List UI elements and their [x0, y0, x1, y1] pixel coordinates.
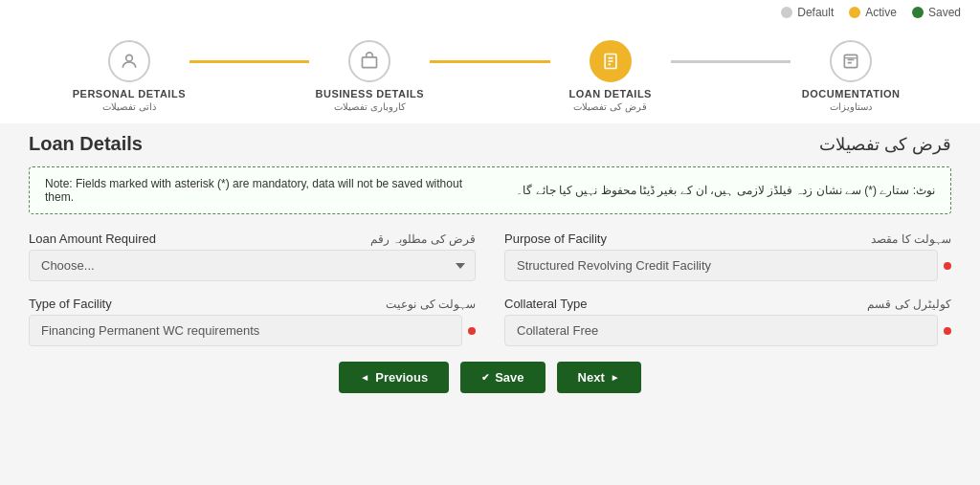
step-label-personal: PERSONAL DETAILS: [73, 88, 186, 99]
type-facility-input[interactable]: [29, 315, 462, 346]
section-header: Loan Details قرض کی تفصیلات: [29, 133, 951, 155]
connector-1: [189, 60, 310, 63]
step-label-urdu-personal: ذاتی تفصیلات: [102, 101, 156, 112]
type-facility-input-wrapper: [29, 315, 476, 346]
save-button[interactable]: Save: [460, 362, 545, 393]
collateral-type-group: Collateral Type کولیٹرل کی قسم: [504, 297, 951, 346]
purpose-facility-group: Purpose of Facility سہولت کا مقصد: [504, 231, 951, 281]
step-label-urdu-business: کاروباری تفصیلات: [334, 101, 406, 112]
status-bar: Default Active Saved: [0, 0, 980, 25]
loan-amount-label: Loan Amount Required: [29, 231, 156, 246]
section-title-en: Loan Details: [29, 133, 143, 155]
save-label: Save: [495, 370, 523, 385]
step-circle-documentation: [830, 40, 872, 82]
type-facility-required: [468, 327, 476, 335]
note-box: Note: Fields marked with asterisk (*) ar…: [29, 166, 951, 214]
form-grid: Loan Amount Required قرض کی مطلوبہ رقم C…: [29, 231, 951, 346]
step-label-urdu-loan: قرض کی تفصیلات: [573, 101, 647, 112]
purpose-facility-input[interactable]: [504, 250, 938, 281]
svg-rect-6: [845, 55, 858, 67]
step-loan[interactable]: LOAN DETAILS قرض کی تفصیلات: [550, 40, 671, 112]
type-facility-label: Type of Facility: [29, 297, 112, 311]
next-label: Next: [578, 370, 605, 385]
collateral-type-label: Collateral Type: [504, 297, 587, 311]
step-circle-personal: [108, 40, 150, 82]
step-label-loan: LOAN DETAILS: [569, 88, 652, 99]
footer-buttons: Previous Save Next: [29, 346, 951, 401]
loan-amount-group: Loan Amount Required قرض کی مطلوبہ رقم C…: [29, 231, 476, 281]
loan-amount-label-ur: قرض کی مطلوبہ رقم: [370, 232, 476, 246]
step-label-business: BUSINESS DETAILS: [316, 88, 425, 99]
collateral-type-input[interactable]: [504, 315, 938, 346]
collateral-type-input-wrapper: [504, 315, 951, 346]
loan-amount-label-row: Loan Amount Required قرض کی مطلوبہ رقم: [29, 231, 476, 246]
previous-button[interactable]: Previous: [339, 362, 449, 393]
purpose-facility-label: Purpose of Facility: [504, 231, 607, 246]
svg-rect-1: [363, 57, 377, 68]
step-documentation[interactable]: DOCUMENTATION دستاویزات: [791, 40, 911, 112]
loan-amount-select[interactable]: Choose...: [29, 250, 476, 281]
next-button[interactable]: Next: [557, 362, 641, 393]
step-circle-business: [348, 40, 390, 82]
connector-2: [430, 60, 550, 63]
active-dot: [849, 7, 860, 18]
type-facility-group: Type of Facility سہولت کی نوعیت: [29, 297, 476, 346]
previous-label: Previous: [375, 370, 428, 385]
step-label-urdu-documentation: دستاویزات: [830, 101, 872, 112]
collateral-type-required: [944, 327, 951, 335]
default-label: Default: [797, 6, 834, 19]
main-content: Loan Details قرض کی تفصیلات Note: Fields…: [0, 123, 980, 410]
default-dot: [781, 7, 792, 18]
collateral-type-label-row: Collateral Type کولیٹرل کی قسم: [504, 297, 951, 311]
active-label: Active: [865, 6, 897, 19]
saved-dot: [912, 7, 924, 18]
note-text-en: Note: Fields marked with asterisk (*) ar…: [45, 177, 485, 204]
stepper: PERSONAL DETAILS ذاتی تفصیلات BUSINESS D…: [0, 25, 980, 123]
section-title-ur: قرض کی تفصیلات: [819, 134, 951, 155]
status-active: Active: [849, 6, 897, 19]
loan-amount-input-wrapper: Choose...: [29, 250, 476, 281]
status-saved: Saved: [912, 6, 961, 19]
type-facility-label-row: Type of Facility سہولت کی نوعیت: [29, 297, 476, 311]
svg-point-0: [126, 55, 133, 61]
status-default: Default: [781, 6, 834, 19]
note-text-ur: نوٹ: ستارے (*) سے نشان زدہ فیلڈز لازمی ہ…: [495, 184, 935, 197]
step-circle-loan: [590, 40, 632, 82]
type-facility-label-ur: سہولت کی نوعیت: [386, 298, 476, 311]
purpose-facility-input-wrapper: [504, 250, 951, 281]
stepper-track: PERSONAL DETAILS ذاتی تفصیلات BUSINESS D…: [69, 40, 911, 112]
step-label-documentation: DOCUMENTATION: [802, 88, 901, 99]
connector-3: [671, 60, 791, 63]
purpose-facility-label-row: Purpose of Facility سہولت کا مقصد: [504, 231, 951, 246]
collateral-type-label-ur: کولیٹرل کی قسم: [867, 298, 951, 311]
step-business[interactable]: BUSINESS DETAILS کاروباری تفصیلات: [309, 40, 430, 112]
step-personal[interactable]: PERSONAL DETAILS ذاتی تفصیلات: [69, 40, 189, 112]
purpose-facility-required: [944, 262, 951, 270]
purpose-facility-label-ur: سہولت کا مقصد: [871, 232, 951, 246]
saved-label: Saved: [928, 6, 961, 19]
